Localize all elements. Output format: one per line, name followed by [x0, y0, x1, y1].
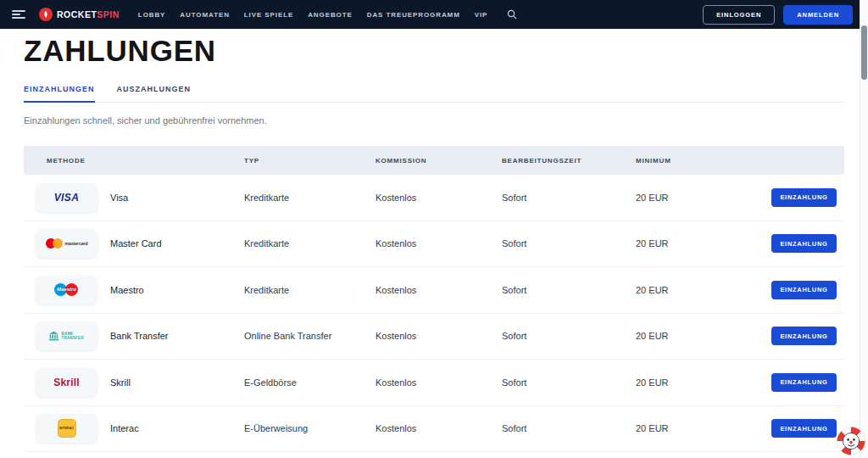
method-typ: Kreditkarte [244, 193, 376, 203]
bank-icon [48, 331, 59, 342]
search-icon[interactable] [507, 9, 517, 20]
method-kommission: Kostenlos [376, 423, 502, 433]
method-name: Interac [110, 423, 244, 433]
visa-logo: VISA [36, 183, 97, 212]
method-minimum: 20 EUR [636, 377, 756, 388]
column-header-minimum: MINIMUM [636, 157, 756, 165]
deposit-button-visa[interactable]: EINZAHLUNG [771, 188, 837, 207]
bank-transfer-logo: BANK TRANSFER [36, 321, 97, 350]
deposit-button-mastercard[interactable]: EINZAHLUNG [771, 234, 837, 253]
method-zeit: Sofort [502, 377, 636, 388]
method-typ: Kreditkarte [244, 238, 376, 249]
method-typ: Online Bank Transfer [244, 331, 376, 341]
column-header-typ: TYP [244, 157, 376, 165]
main-nav: LOBBY AUTOMATEN LIVE SPIELE ANGEBOTE DAS… [138, 9, 517, 20]
deposit-button-interac[interactable]: EINZAHLUNG [771, 419, 837, 438]
method-name: Visa [110, 193, 244, 203]
method-kommission: Kostenlos [376, 285, 502, 295]
rocket-icon [39, 8, 53, 21]
payments-page: ZAHLUNGEN EINZAHLUNGEN AUSZAHLUNGEN Einz… [0, 34, 868, 452]
logo-text: ROCKETSPIN [57, 9, 120, 20]
column-header-kommission: KOMMISSION [376, 157, 502, 165]
deposit-button-skrill[interactable]: EINZAHLUNG [771, 373, 837, 392]
page-title: ZAHLUNGEN [24, 34, 844, 68]
deposit-button-maestro[interactable]: EINZAHLUNG [771, 281, 837, 299]
method-zeit: Sofort [502, 193, 636, 203]
nav-item-treueprogramm[interactable]: DAS TREUEPROGRAMM [367, 11, 460, 19]
method-zeit: Sofort [502, 238, 636, 249]
login-button[interactable]: EINLOGGEN [703, 5, 775, 25]
interac-badge-icon: INTERAC [58, 419, 76, 438]
method-name: Maestro [110, 285, 244, 295]
mastercard-logo: mastercard [36, 229, 97, 258]
payment-methods-table: METHODE TYP KOMMISSION BEARBEITUNGSZEIT … [24, 146, 844, 452]
method-zeit: Sofort [502, 423, 636, 433]
method-name: Bank Transfer [110, 331, 244, 341]
maestro-logo: Maestro [36, 276, 97, 304]
table-row-mastercard: mastercard Master Card Kreditkarte Koste… [24, 221, 844, 268]
method-name: Master Card [110, 238, 244, 249]
nav-item-live-spiele[interactable]: LIVE SPIELE [244, 11, 293, 19]
column-header-bearbeitungszeit: BEARBEITUNGSZEIT [502, 157, 636, 165]
method-minimum: 20 EUR [636, 285, 756, 295]
nav-item-angebote[interactable]: ANGEBOTE [308, 11, 353, 19]
auth-actions: EINLOGGEN ANMELDEN [703, 5, 853, 25]
method-minimum: 20 EUR [636, 238, 756, 249]
payments-tabs: EINZAHLUNGEN AUSZAHLUNGEN [24, 85, 844, 103]
method-zeit: Sofort [502, 331, 636, 341]
method-kommission: Kostenlos [376, 377, 502, 388]
deposit-button-bank-transfer[interactable]: EINZAHLUNG [771, 327, 837, 345]
nav-item-automaten[interactable]: AUTOMATEN [180, 11, 229, 19]
scrollbar-thumb[interactable] [861, 25, 867, 80]
nav-item-vip[interactable]: VIP [475, 11, 488, 19]
tab-einzahlungen[interactable]: EINZAHLUNGEN [24, 85, 95, 103]
method-kommission: Kostenlos [376, 238, 502, 249]
method-minimum: 20 EUR [636, 423, 756, 433]
method-typ: E-Überweisung [244, 423, 376, 433]
method-typ: E-Geldbörse [244, 377, 376, 388]
support-chat-widget[interactable] [837, 427, 865, 455]
table-row-interac: INTERAC Interac E-Überweisung Kostenlos … [24, 406, 844, 453]
tab-auszahlungen[interactable]: AUSZAHLUNGEN [117, 85, 192, 102]
table-header-row: METHODE TYP KOMMISSION BEARBEITUNGSZEIT … [24, 146, 844, 175]
top-navigation-bar: ROCKETSPIN LOBBY AUTOMATEN LIVE SPIELE A… [0, 0, 868, 29]
mastercard-circles-icon [46, 238, 63, 249]
menu-icon[interactable] [12, 10, 25, 19]
page-description: Einzahlungen schnell, sicher und gebühre… [24, 115, 844, 126]
column-header-methode: METHODE [24, 157, 244, 165]
method-minimum: 20 EUR [636, 193, 756, 203]
method-kommission: Kostenlos [376, 193, 502, 203]
interac-logo: INTERAC [36, 414, 97, 443]
signup-button[interactable]: ANMELDEN [783, 5, 853, 25]
method-name: Skrill [110, 377, 244, 388]
method-kommission: Kostenlos [376, 331, 502, 341]
method-typ: Kreditkarte [244, 285, 376, 295]
rocketspin-logo[interactable]: ROCKETSPIN [39, 8, 120, 21]
method-zeit: Sofort [502, 285, 636, 295]
nav-item-lobby[interactable]: LOBBY [138, 11, 166, 19]
maestro-circles-icon: Maestro [54, 282, 80, 297]
table-row-maestro: Maestro Maestro Kreditkarte Kostenlos So… [24, 267, 844, 314]
table-row-visa: VISA Visa Kreditkarte Kostenlos Sofort 2… [24, 175, 844, 221]
table-row-skrill: Skrill Skrill E-Geldbörse Kostenlos Sofo… [24, 360, 844, 406]
table-row-bank-transfer: BANK TRANSFER Bank Transfer Online Bank … [24, 314, 844, 360]
method-minimum: 20 EUR [636, 331, 756, 341]
clown-face-icon [837, 427, 865, 455]
scrollbar-track [860, 0, 868, 458]
skrill-logo: Skrill [36, 368, 97, 397]
